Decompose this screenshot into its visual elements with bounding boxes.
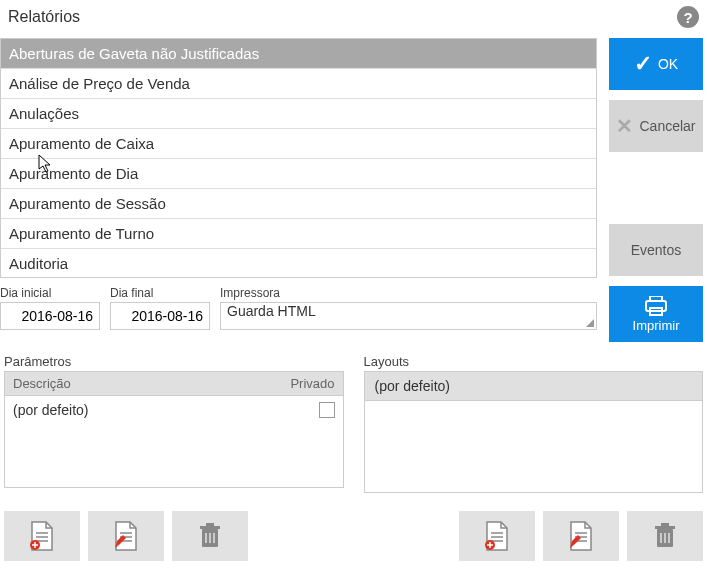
start-date-label: Dia inicial [0, 286, 100, 300]
report-item[interactable]: Apuramento de Turno [1, 219, 596, 249]
report-item[interactable]: Aberturas de Gaveta não Justificadas [1, 39, 596, 69]
cancel-button[interactable]: ✕ Cancelar [609, 100, 703, 152]
help-icon[interactable]: ? [677, 6, 699, 28]
layout-edit-button[interactable] [543, 511, 619, 561]
params-header: Descrição Privado [4, 371, 344, 396]
printer-icon [644, 296, 668, 316]
print-button[interactable]: Imprimir [609, 286, 703, 342]
param-desc: (por defeito) [13, 402, 88, 418]
params-title: Parâmetros [4, 354, 344, 369]
params-col-priv: Privado [290, 376, 334, 391]
param-add-button[interactable] [4, 511, 80, 561]
end-date-input[interactable] [110, 302, 210, 330]
param-row[interactable]: (por defeito) [5, 396, 343, 424]
layout-add-button[interactable] [459, 511, 535, 561]
end-date-label: Dia final [110, 286, 210, 300]
report-item[interactable]: Anulações [1, 99, 596, 129]
report-item[interactable]: Apuramento de Sessão [1, 189, 596, 219]
trash-icon [199, 523, 221, 549]
param-delete-button[interactable] [172, 511, 248, 561]
layout-delete-button[interactable] [627, 511, 703, 561]
layouts-title: Layouts [364, 354, 704, 369]
report-item[interactable]: Análise de Preço de Venda [1, 69, 596, 99]
printer-label: Impressora [220, 286, 597, 300]
document-add-icon [29, 521, 55, 551]
page-title: Relatórios [8, 8, 80, 26]
layout-selected[interactable]: (por defeito) [364, 371, 704, 401]
report-list[interactable]: Aberturas de Gaveta não Justificadas Aná… [0, 38, 597, 278]
printer-select[interactable]: Guarda HTML [220, 302, 597, 330]
svg-rect-28 [655, 526, 675, 529]
document-edit-icon [113, 521, 139, 551]
params-col-desc: Descrição [13, 376, 71, 391]
start-date-input[interactable] [0, 302, 100, 330]
trash-icon [654, 523, 676, 549]
svg-rect-14 [206, 523, 214, 526]
param-edit-button[interactable] [88, 511, 164, 561]
param-checkbox[interactable] [319, 402, 335, 418]
svg-rect-13 [200, 526, 220, 529]
close-icon: ✕ [616, 114, 633, 138]
report-item[interactable]: Apuramento de Caixa [1, 129, 596, 159]
svg-rect-29 [661, 523, 669, 526]
ok-button[interactable]: ✓ OK [609, 38, 703, 90]
layout-list[interactable] [364, 401, 704, 493]
report-item[interactable]: Auditoria [1, 249, 596, 278]
events-button[interactable]: Eventos [609, 224, 703, 276]
report-item[interactable]: Apuramento de Dia [1, 159, 596, 189]
params-list[interactable]: (por defeito) [4, 396, 344, 488]
document-edit-icon [568, 521, 594, 551]
document-add-icon [484, 521, 510, 551]
check-icon: ✓ [634, 51, 652, 77]
